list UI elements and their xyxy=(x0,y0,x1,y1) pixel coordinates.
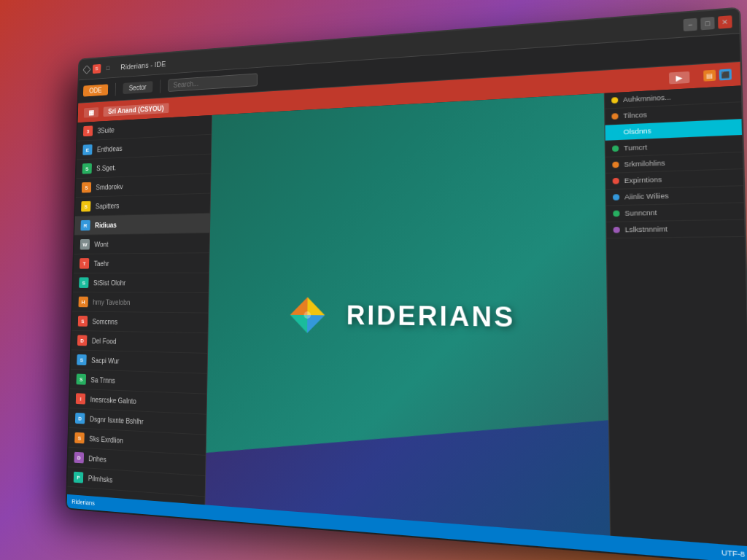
dot-icon xyxy=(611,113,618,120)
nav-icon: ▦ xyxy=(84,107,99,117)
item-label-5: Ridiuas xyxy=(95,221,117,229)
item-label-16: Sks Exrdlion xyxy=(89,435,123,444)
brand-name: RIDERIANS xyxy=(347,300,516,334)
monitor-screen: S □ Riderians - IDE − □ ✕ ODE Sector ▦ S… xyxy=(66,9,747,560)
item-label-6: Wont xyxy=(94,241,108,248)
item-label-8: StSist Olohr xyxy=(93,279,126,287)
close-button[interactable]: ✕ xyxy=(718,15,732,29)
nav-right-icons: ▤ ⬛ xyxy=(703,69,732,81)
item-icon-17: D xyxy=(74,452,84,464)
item-icon-0: 3 xyxy=(83,125,93,136)
item-label-0: 3Suite xyxy=(97,126,114,134)
search-input[interactable] xyxy=(168,73,258,92)
item-icon-11: D xyxy=(77,335,87,346)
item-label-1: Enthdeas xyxy=(97,144,123,152)
item-icon-5: R xyxy=(80,220,90,231)
title-bar-icons: S □ xyxy=(84,63,112,74)
dot-icon xyxy=(612,162,619,168)
list-item[interactable]: H hmy Tavelobn xyxy=(72,292,209,313)
item-label-11: Del Food xyxy=(92,337,117,345)
title-bar-actions: − □ ✕ xyxy=(684,15,732,31)
brand-logo-icon xyxy=(283,290,332,341)
item-icon-7: T xyxy=(80,258,89,269)
right-item-label-1: Tilncos xyxy=(623,111,647,120)
right-item-label-8: Lslkstnnnimt xyxy=(625,225,668,234)
item-icon-9: H xyxy=(78,297,88,308)
item-icon-18: P xyxy=(74,472,84,483)
item-label-18: Pilmhsks xyxy=(88,474,113,483)
dot-icon xyxy=(612,145,619,152)
right-item-label-3: Tumcrt xyxy=(624,144,647,152)
dot-icon xyxy=(612,129,619,136)
diamond-icon xyxy=(82,65,90,74)
item-icon-12: S xyxy=(77,354,87,365)
right-item-label-2: Olsdnns xyxy=(624,127,651,136)
item-label-2: S.Sget. xyxy=(96,164,116,172)
minimize-button[interactable]: − xyxy=(684,18,697,31)
dot-icon xyxy=(611,97,618,104)
item-icon-8: S xyxy=(79,277,88,288)
status-left: Riderians xyxy=(71,498,95,507)
nav-icon-1: ▤ xyxy=(703,70,716,82)
maximize-button[interactable]: □ xyxy=(700,16,714,29)
item-label-4: Sapitters xyxy=(96,202,120,210)
right-sidebar-item[interactable]: Lslkstnnnimt xyxy=(606,220,744,239)
nav-title: Sri Anand (CSYOU) xyxy=(103,103,169,117)
item-label-15: Dsgnr Isxnte Bshlhr xyxy=(90,415,144,425)
item-icon-15: D xyxy=(75,413,85,424)
item-icon-6: W xyxy=(80,239,90,250)
right-item-label-0: Auhkmninos... xyxy=(623,93,671,104)
square-icon: □ xyxy=(104,63,112,72)
dot-icon xyxy=(613,194,619,201)
right-item-label-4: Srkmilohlins xyxy=(624,159,665,168)
right-sidebar-item[interactable]: Sunncnnt xyxy=(606,203,744,222)
list-item[interactable]: S StSist Olohr xyxy=(73,273,209,293)
list-item[interactable]: S Sapitters xyxy=(75,194,210,217)
ode-button[interactable]: ODE xyxy=(83,84,108,96)
sidebar-left: 3 3Suite E Enthdeas S S.Sget. S Smdorokv… xyxy=(66,115,212,519)
item-icon-10: S xyxy=(78,316,88,327)
item-icon-2: S xyxy=(82,163,92,174)
item-label-14: Inesrcske Galnto xyxy=(90,395,136,405)
item-label-12: Sacpi Wur xyxy=(91,357,120,365)
red-icon: S xyxy=(93,63,101,73)
brand-logo-area: RIDERIANS xyxy=(283,290,515,345)
list-item-wont[interactable]: W Wont xyxy=(74,233,209,254)
dot-icon xyxy=(613,178,619,184)
item-label-10: Somcnns xyxy=(92,318,117,326)
nav-icon-2: ⬛ xyxy=(719,69,732,80)
right-item-label-5: Expirntions xyxy=(624,176,662,184)
item-icon-3: S xyxy=(82,182,91,193)
list-item-active[interactable]: R Ridiuas xyxy=(74,214,209,236)
monitor-wrapper: S □ Riderians - IDE − □ ✕ ODE Sector ▦ S… xyxy=(38,32,709,528)
right-item-label-6: Aiinlic Wiliies xyxy=(624,192,669,201)
toolbar-separator-2 xyxy=(160,79,160,93)
status-right: UTF-8 xyxy=(721,548,745,559)
list-item[interactable]: S Somcnns xyxy=(71,311,208,333)
item-label-9: hmy Tavelobn xyxy=(93,298,130,306)
item-icon-16: S xyxy=(74,432,85,444)
right-item-label-7: Sunncnnt xyxy=(624,209,657,217)
item-icon-13: S xyxy=(76,374,86,385)
item-icon-14: I xyxy=(76,393,86,404)
item-icon-1: E xyxy=(82,144,92,155)
main-content: 3 3Suite E Enthdeas S S.Sget. S Smdorokv… xyxy=(66,85,747,560)
nav-action-button[interactable]: ▶ xyxy=(669,71,690,84)
sidebar-right: Auhkmninos... Tilncos Olsdnns Tumcrt Srk… xyxy=(604,85,747,560)
dot-icon xyxy=(614,227,620,233)
item-label-7: Taehr xyxy=(94,260,109,267)
toolbar-separator xyxy=(115,82,115,96)
item-label-13: Sa Trnns xyxy=(90,376,115,384)
item-label-17: Dnhes xyxy=(88,454,106,463)
item-icon-4: S xyxy=(81,201,90,212)
dot-icon xyxy=(613,211,619,217)
center-content: RIDERIANS xyxy=(205,93,610,552)
sector-button[interactable]: Sector xyxy=(123,81,152,94)
list-item[interactable]: T Taehr xyxy=(74,253,209,273)
nav-icon-symbol: ▦ xyxy=(88,109,94,116)
item-label-3: Smdorokv xyxy=(96,183,123,191)
